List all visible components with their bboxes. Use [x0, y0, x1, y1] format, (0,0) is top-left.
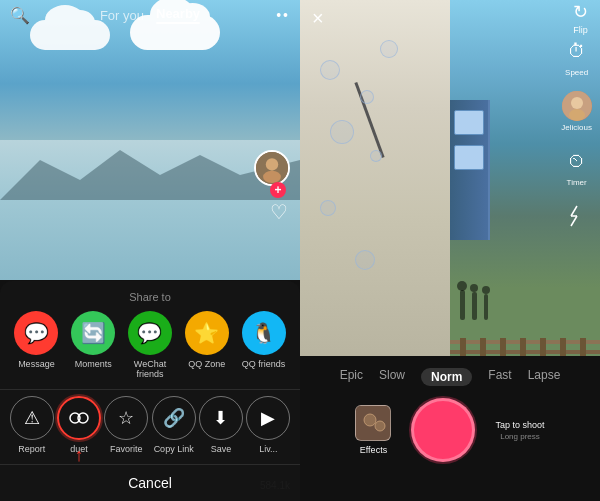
tab-fast[interactable]: Fast — [488, 368, 511, 386]
bubble — [320, 200, 336, 216]
qq-friends-circle: 🐧 — [242, 311, 286, 355]
timer-control[interactable]: ⏲ Timer — [562, 146, 592, 187]
tap-to-shoot-label: Tap to shoot — [495, 420, 544, 430]
speed-control[interactable]: ⏱ Speed — [562, 36, 592, 77]
share-moments[interactable]: 🔄 Moments — [71, 311, 115, 379]
tab-slow[interactable]: Slow — [379, 368, 405, 386]
speed-label: Speed — [565, 68, 588, 77]
tab-for-you[interactable]: For you — [100, 8, 144, 23]
message-circle: 💬 — [14, 311, 58, 355]
action-favorite[interactable]: ☆ Favorite — [104, 396, 148, 454]
wechat-label: WeChat friends — [128, 359, 172, 379]
tab-epic[interactable]: Epic — [340, 368, 363, 386]
duet-circle — [57, 396, 101, 440]
action-save[interactable]: ⬇ Save — [199, 396, 243, 454]
effects-control[interactable]: Effects — [355, 405, 391, 455]
qq-zone-label: QQ Zone — [188, 359, 225, 369]
follow-button[interactable]: + — [270, 182, 286, 198]
left-top-nav: 🔍 For you Nearby •• — [0, 0, 300, 30]
wechat-circle: 💬 — [128, 311, 172, 355]
save-circle: ⬇ — [199, 396, 243, 440]
svg-point-23 — [569, 109, 585, 121]
flash-control[interactable] — [562, 201, 592, 231]
svg-point-11 — [482, 286, 490, 294]
nav-tabs: For you Nearby — [100, 6, 200, 24]
bubble — [330, 120, 354, 144]
action-report[interactable]: ⚠ Report — [10, 396, 54, 454]
record-help: Tap to shoot Long press — [495, 420, 544, 441]
svg-rect-10 — [484, 294, 488, 320]
copy-link-circle: 🔗 — [152, 396, 196, 440]
left-panel: 🔍 For you Nearby •• + ♡ 584.1k Share to — [0, 0, 300, 501]
cancel-button[interactable]: Cancel — [0, 464, 300, 501]
tab-nearby[interactable]: Nearby — [156, 6, 200, 24]
svg-rect-20 — [580, 338, 586, 358]
tab-lapse[interactable]: Lapse — [528, 368, 561, 386]
timer-icon: ⏲ — [562, 146, 592, 176]
creator-avatar[interactable]: Jelicious — [561, 91, 592, 132]
favorite-label: Favorite — [110, 444, 143, 454]
bubble — [355, 250, 375, 270]
more-icon[interactable]: •• — [276, 7, 290, 23]
speed-tabs: Epic Slow Norm Fast Lapse — [300, 356, 600, 394]
effects-label: Effects — [360, 445, 387, 455]
svg-rect-16 — [500, 338, 506, 358]
effects-thumbnail — [355, 405, 391, 441]
copy-link-label: Copy Link — [154, 444, 194, 454]
action-copy-link[interactable]: 🔗 Copy Link — [152, 396, 196, 454]
svg-point-7 — [457, 281, 467, 291]
right-top-bar: × ↻ Flip — [300, 0, 600, 36]
svg-rect-14 — [460, 338, 466, 358]
share-overlay: Share to 💬 Message 🔄 Moments 💬 WeChat fr… — [0, 281, 300, 501]
share-message[interactable]: 💬 Message — [14, 311, 58, 379]
share-wechat[interactable]: 💬 WeChat friends — [128, 311, 172, 379]
flip-label: Flip — [573, 25, 588, 35]
svg-rect-8 — [472, 292, 477, 320]
timer-label: Timer — [567, 178, 587, 187]
record-button[interactable] — [411, 398, 475, 462]
share-qq-friends[interactable]: 🐧 QQ friends — [242, 311, 286, 379]
flip-icon: ↻ — [573, 1, 588, 23]
svg-point-28 — [364, 414, 376, 426]
action-duet[interactable]: duet ↑ — [57, 396, 101, 454]
svg-rect-17 — [520, 338, 526, 358]
report-label: Report — [18, 444, 45, 454]
bubble — [360, 90, 374, 104]
svg-rect-19 — [560, 338, 566, 358]
message-label: Message — [18, 359, 55, 369]
bubble — [380, 40, 398, 58]
train-tracks — [450, 320, 600, 360]
flip-button[interactable]: ↻ Flip — [573, 1, 588, 35]
svg-point-9 — [470, 284, 478, 292]
tab-norm[interactable]: Norm — [421, 368, 472, 386]
bubble — [370, 150, 382, 162]
flash-icon — [562, 201, 592, 231]
share-qq-zone[interactable]: ⭐ QQ Zone — [185, 311, 229, 379]
right-bottom: Epic Slow Norm Fast Lapse Effects T — [300, 356, 600, 501]
share-to-label: Share to — [0, 291, 300, 303]
action-live[interactable]: ▶ Liv... — [246, 396, 290, 454]
svg-line-24 — [571, 206, 577, 216]
live-circle: ▶ — [246, 396, 290, 440]
heart-icon[interactable]: ♡ — [270, 200, 288, 224]
user-avatar[interactable] — [254, 150, 290, 186]
bubble — [320, 60, 340, 80]
save-label: Save — [211, 444, 232, 454]
favorite-circle: ☆ — [104, 396, 148, 440]
moments-circle: 🔄 — [71, 311, 115, 355]
svg-point-2 — [266, 158, 278, 170]
svg-point-22 — [571, 97, 583, 109]
close-button[interactable]: × — [312, 7, 324, 30]
long-press-label: Long press — [500, 432, 540, 441]
svg-point-29 — [375, 421, 385, 431]
live-label: Liv... — [259, 444, 277, 454]
share-icons-row: 💬 Message 🔄 Moments 💬 WeChat friends ⭐ Q… — [0, 311, 300, 379]
red-arrow: ↑ — [74, 446, 83, 464]
creator-label: Jelicious — [561, 123, 592, 132]
svg-rect-15 — [480, 338, 486, 358]
right-side-controls: ⏱ Speed Jelicious ⏲ Timer — [561, 36, 592, 231]
qq-friends-label: QQ friends — [242, 359, 286, 369]
video-left-half — [300, 0, 450, 360]
svg-rect-18 — [540, 338, 546, 358]
search-icon[interactable]: 🔍 — [10, 6, 30, 25]
